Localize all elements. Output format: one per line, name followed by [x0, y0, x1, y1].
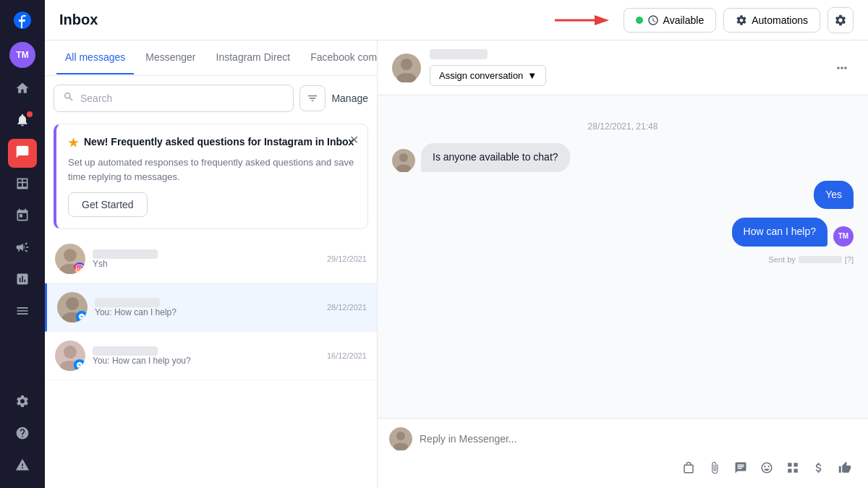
conversation-info: You: How can I help?	[95, 298, 320, 317]
message-row-outgoing-help: How can I help? TM	[392, 218, 854, 247]
conversation-date: 16/12/2021	[327, 351, 367, 360]
manage-button[interactable]: Manage	[331, 93, 368, 104]
star-icon: ★	[68, 136, 78, 150]
svg-marker-1	[595, 15, 609, 25]
page-title: Inbox	[59, 12, 551, 28]
notification-badge	[27, 111, 33, 117]
search-icon	[63, 91, 75, 106]
calendar-icon	[15, 208, 30, 226]
automations-icon	[736, 14, 747, 26]
sidebar-item-analytics[interactable]	[8, 266, 37, 295]
sent-by-row: Sent by [?]	[392, 255, 854, 264]
bag-icon-button[interactable]	[677, 456, 700, 479]
message-sender-avatar: TM	[833, 226, 854, 247]
svg-point-12	[396, 432, 405, 440]
search-input[interactable]	[80, 93, 284, 104]
more-options-button[interactable]	[830, 56, 854, 80]
sent-by-label: Sent by	[768, 255, 795, 264]
sidebar: TM	[0, 0, 45, 488]
available-dot	[636, 17, 643, 24]
filter-icon	[307, 93, 318, 104]
content-area: All messages Messenger Instagram Direct …	[45, 40, 868, 488]
chat-header: Assign conversation ▼	[378, 40, 868, 95]
tab-messenger-label: Messenger	[145, 51, 195, 63]
sidebar-item-inbox[interactable]	[8, 139, 37, 168]
search-box[interactable]	[54, 85, 294, 112]
gear-icon	[834, 14, 847, 27]
close-promo-button[interactable]: ✕	[349, 133, 359, 147]
sidebar-item-notifications[interactable]	[8, 107, 37, 136]
sidebar-item-ads[interactable]	[8, 234, 37, 263]
sidebar-item-warning[interactable]	[8, 452, 37, 481]
chat-input[interactable]	[420, 430, 856, 448]
tabs-bar: All messages Messenger Instagram Direct …	[45, 40, 377, 76]
svg-point-8	[401, 59, 412, 70]
settings-icon	[15, 394, 30, 411]
name-blur	[95, 298, 160, 307]
megaphone-icon	[15, 240, 30, 257]
red-arrow-indicator	[551, 9, 609, 31]
filter-button[interactable]	[299, 85, 326, 111]
message-bubble-incoming: Is anyone available to chat?	[421, 143, 570, 172]
analytics-icon	[15, 272, 30, 289]
svg-point-10	[399, 153, 408, 162]
sidebar-item-help[interactable]	[8, 420, 37, 449]
conversation-item[interactable]: Ysh 29/12/2021	[45, 235, 377, 283]
available-button[interactable]: Available	[624, 8, 717, 33]
sidebar-item-home[interactable]	[8, 75, 37, 104]
assign-conversation-button[interactable]: Assign conversation ▼	[430, 65, 546, 86]
chat-info: Assign conversation ▼	[430, 49, 822, 86]
conversation-date: 29/12/2021	[327, 254, 367, 263]
main-content: Inbox Available Automations	[45, 0, 868, 488]
svg-point-9	[397, 73, 416, 82]
input-avatar	[389, 427, 412, 450]
message-row-incoming: Is anyone available to chat?	[392, 143, 854, 172]
conversation-name	[93, 346, 320, 356]
tab-instagram-direct[interactable]: Instagram Direct	[208, 41, 299, 74]
chevron-down-icon: ▼	[527, 70, 537, 81]
avatar	[55, 244, 85, 274]
automations-label: Automations	[752, 14, 808, 26]
currency-icon-button[interactable]	[807, 456, 830, 479]
tab-all-messages[interactable]: All messages	[56, 41, 134, 74]
automations-button[interactable]: Automations	[723, 8, 820, 33]
tab-all-label: All messages	[65, 51, 125, 63]
name-blur	[93, 249, 158, 259]
available-label: Available	[663, 14, 705, 26]
sidebar-item-calendar[interactable]	[8, 202, 37, 231]
get-started-button[interactable]: Get Started	[68, 192, 148, 217]
chat-icon	[15, 145, 30, 162]
chat-toolbar	[389, 450, 856, 479]
conversation-info: You: How can I help you?	[93, 346, 320, 366]
tab-messenger[interactable]: Messenger	[137, 41, 204, 74]
sender-name-blur	[799, 256, 842, 263]
conversation-item-3[interactable]: You: How can I help you? 16/12/2021	[45, 332, 377, 380]
svg-point-13	[393, 443, 408, 451]
settings-button[interactable]	[827, 7, 854, 33]
chat-messages: 28/12/2021, 21:48 Is anyone available to…	[378, 95, 868, 418]
table-icon	[15, 176, 30, 194]
sidebar-item-table[interactable]	[8, 171, 37, 200]
svg-point-6	[64, 346, 77, 359]
chat-input-area	[378, 418, 868, 488]
left-panel: All messages Messenger Instagram Direct …	[45, 40, 378, 488]
date-divider: 28/12/2021, 21:48	[392, 121, 854, 132]
emoji-icon-button[interactable]	[755, 456, 778, 479]
tab-facebook-comments[interactable]: Facebook comments 1	[302, 40, 377, 75]
svg-point-11	[396, 164, 411, 172]
chat-bubble-icon-button[interactable]	[729, 456, 752, 479]
conversation-item-active[interactable]: You: How can I help? 28/12/2021	[45, 283, 377, 332]
svg-point-2	[64, 249, 77, 262]
platform-messenger-icon	[74, 359, 85, 371]
sidebar-avatar[interactable]: TM	[9, 42, 35, 68]
sidebar-item-settings[interactable]	[8, 388, 37, 417]
sidebar-item-menu[interactable]	[8, 298, 37, 327]
paperclip-icon-button[interactable]	[703, 456, 726, 479]
thumbs-up-icon-button[interactable]	[833, 456, 856, 479]
conversation-preview: You: How can I help?	[95, 307, 320, 317]
help-icon	[15, 426, 30, 443]
warning-icon	[15, 458, 30, 475]
conversation-name	[93, 249, 320, 259]
chat-name-blur	[430, 49, 488, 59]
grid-icon-button[interactable]	[781, 456, 804, 479]
